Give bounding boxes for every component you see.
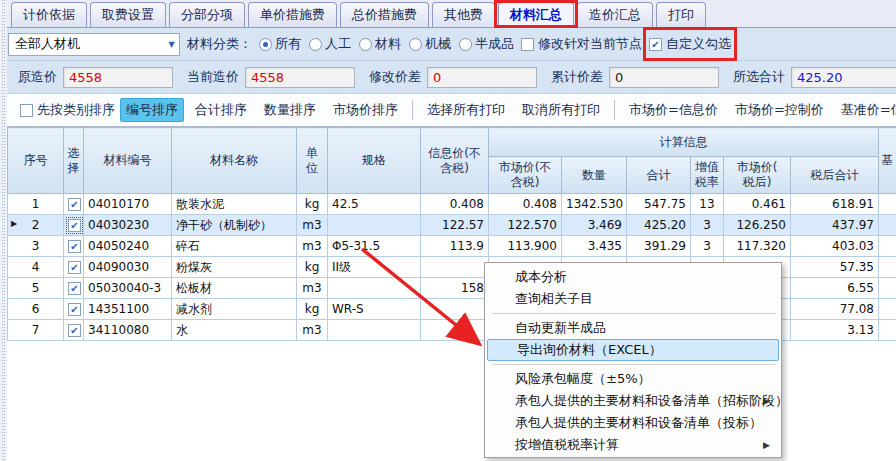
sort-button[interactable]: 市场价=控制价 <box>729 98 830 122</box>
tab-item[interactable]: 总价措施费 <box>340 2 429 27</box>
summary-label: 原造价 <box>18 68 57 86</box>
tab-item[interactable]: 计价依据 <box>11 2 87 27</box>
col-header-market-after[interactable]: 市场价( 税后) <box>724 157 791 194</box>
summary-value-field[interactable]: 4558 <box>63 67 173 88</box>
cell-info-price <box>421 299 489 320</box>
sort-button[interactable]: 取消所有打印 <box>516 98 606 122</box>
col-header-code[interactable]: 材料编号 <box>84 128 172 194</box>
menu-item[interactable]: 风险承包幅度（±5%） <box>486 368 780 390</box>
category-radio[interactable]: 材料 <box>359 35 401 53</box>
sort-button[interactable]: 市场价排序 <box>327 98 404 122</box>
sort-button[interactable]: 选择所有打印 <box>421 98 511 122</box>
table-row[interactable]: 3✔04050240碎石m3Φ5-31.5113.9113.9003.43539… <box>8 236 896 257</box>
category-radio[interactable]: 人工 <box>309 35 351 53</box>
table-row[interactable]: ▶2✔04030230净干砂（机制砂）m3122.57122.5703.4694… <box>8 215 896 236</box>
col-header-qty[interactable]: 数量 <box>562 157 627 194</box>
radio-icon <box>459 38 472 51</box>
cell-unit: m3 <box>297 236 328 257</box>
menu-item[interactable]: 导出询价材料（EXCEL） <box>487 339 779 361</box>
table-row[interactable]: 1✔04010170散装水泥kg42.50.4080.4081342.53054… <box>8 194 896 215</box>
checkbox-icon[interactable] <box>521 38 534 51</box>
sort-button[interactable]: 基准价=信息价 <box>835 98 896 122</box>
summary-value-field[interactable]: 0 <box>427 67 537 88</box>
menu-item[interactable]: 成本分析 <box>486 266 780 288</box>
sort-button[interactable]: 合计排序 <box>189 98 253 122</box>
row-checkbox[interactable]: ✔ <box>68 261 81 274</box>
menu-item[interactable]: 按增值税税率计算▶ <box>486 434 780 456</box>
category-radio[interactable]: 半成品 <box>459 35 514 53</box>
radio-icon <box>409 38 422 51</box>
cell-vat: 3 <box>691 215 724 236</box>
menu-item[interactable]: 承包人提供的主要材料和设备清单（招标阶段）▶ <box>486 390 780 412</box>
col-header-info-price[interactable]: 信息价(不 含税) <box>421 128 489 194</box>
row-checkbox[interactable]: ✔ <box>68 219 81 232</box>
col-header-total-after[interactable]: 税后合计 <box>791 157 879 194</box>
tab-item[interactable]: 材料汇总 <box>498 2 574 27</box>
sort-by-category-checkbox[interactable]: 先按类别排序 <box>20 101 115 119</box>
cell-spec <box>328 320 421 341</box>
cell-base-partial <box>879 320 896 341</box>
col-header-market-price[interactable]: 市场价(不 含税) <box>489 157 562 194</box>
menu-item-label: 承包人提供的主要材料和设备清单（招标阶段） <box>515 393 788 408</box>
summary-field: 修改价差0 <box>369 67 537 88</box>
menu-separator <box>486 361 780 368</box>
summary-value-field[interactable]: 0 <box>609 67 719 88</box>
tab-wrap: 打印 <box>656 2 706 27</box>
row-checkbox[interactable]: ✔ <box>68 240 81 253</box>
modify-current-node-checkbox[interactable]: 修改针对当前节点 <box>521 35 642 53</box>
menu-item[interactable]: 承包人提供的主要材料和设备清单（投标） <box>486 412 780 434</box>
checkbox-icon[interactable] <box>20 104 33 117</box>
radio-label: 材料 <box>375 35 401 53</box>
col-header-name[interactable]: 材料名称 <box>172 128 297 194</box>
cell-market-price: 122.570 <box>489 215 562 236</box>
summary-value-field[interactable]: 4558 <box>245 67 355 88</box>
summary-label: 当前造价 <box>187 68 239 86</box>
check-icon: ✔ <box>70 304 78 315</box>
checkbox-checked-icon[interactable]: ✔ <box>649 38 662 51</box>
chevron-down-icon[interactable]: ▼ <box>164 40 179 49</box>
cell-unit: m3 <box>297 215 328 236</box>
cell-base-partial <box>879 215 896 236</box>
tab-item[interactable]: 其他费 <box>432 2 495 27</box>
col-header-select[interactable]: 选 择 <box>64 128 84 194</box>
radio-icon <box>359 38 372 51</box>
sort-button[interactable]: 数量排序 <box>258 98 322 122</box>
material-scope-dropdown[interactable]: 全部人材机 ▼ <box>8 33 180 56</box>
menu-item[interactable]: 自动更新半成品 <box>486 317 780 339</box>
col-header-unit[interactable]: 单 位 <box>297 128 328 194</box>
row-checkbox[interactable]: ✔ <box>68 282 81 295</box>
summary-value-field[interactable]: 425.20 <box>791 67 896 88</box>
cell-unit: kg <box>297 194 328 215</box>
row-checkbox[interactable]: ✔ <box>68 324 81 337</box>
row-checkbox[interactable]: ✔ <box>68 303 81 316</box>
dock-grip[interactable] <box>0 0 7 461</box>
cell-name: 水 <box>172 320 297 341</box>
row-number: 3 <box>32 239 40 253</box>
cell-select: ✔ <box>64 299 84 320</box>
menu-item[interactable]: 查询相关子目 <box>486 288 780 310</box>
tab-item[interactable]: 打印 <box>656 2 706 27</box>
tab-item[interactable]: 单价措施费 <box>248 2 337 27</box>
sort-button[interactable]: 市场价=信息价 <box>623 98 724 122</box>
row-checkbox[interactable]: ✔ <box>68 198 81 211</box>
cell-qty: 3.435 <box>562 236 627 257</box>
tab-item[interactable]: 造价汇总 <box>577 2 653 27</box>
col-header-vat[interactable]: 增值 税率 <box>691 157 724 194</box>
cell-spec: 42.5 <box>328 194 421 215</box>
tab-item[interactable]: 取费设置 <box>90 2 166 27</box>
checkbox-label: 修改针对当前节点 <box>538 35 642 53</box>
radio-label: 人工 <box>325 35 351 53</box>
category-radio[interactable]: 机械 <box>409 35 451 53</box>
cell-spec: Φ5-31.5 <box>328 236 421 257</box>
cell-name: 粉煤灰 <box>172 257 297 278</box>
cell-name: 净干砂（机制砂） <box>172 215 297 236</box>
tab-item[interactable]: 分部分项 <box>169 2 245 27</box>
sort-button[interactable]: 编号排序 <box>120 98 184 122</box>
col-header-total[interactable]: 合计 <box>627 157 691 194</box>
custom-check-checkbox[interactable]: ✔ 自定义勾选 <box>649 35 731 53</box>
category-radio[interactable]: 所有 <box>259 35 301 53</box>
cell-name: 散装水泥 <box>172 194 297 215</box>
col-header-spec[interactable]: 规格 <box>328 128 421 194</box>
col-header-num[interactable]: 序号 <box>8 128 64 194</box>
col-header-base-partial[interactable]: 基 <box>879 128 896 194</box>
